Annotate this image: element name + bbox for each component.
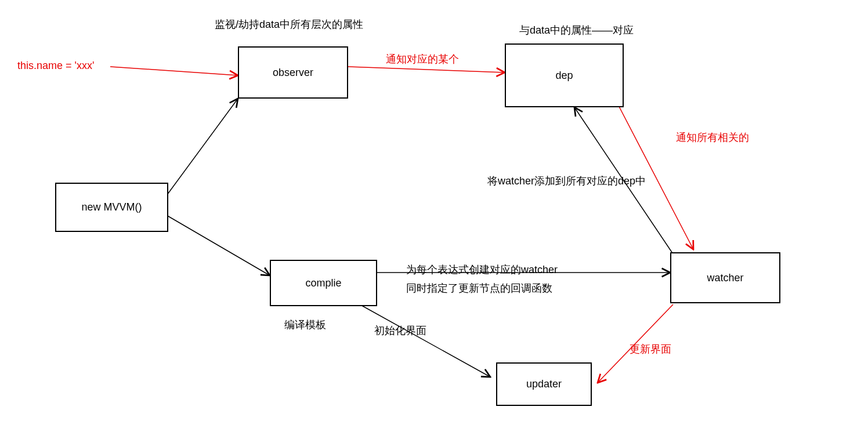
label-observer-top: 监视/劫持data中所有层次的属性 xyxy=(215,17,363,31)
node-mvvm-label: new MVVM() xyxy=(81,201,142,213)
arrow-mvvm-compile xyxy=(165,215,270,275)
node-observer-label: observer xyxy=(273,67,313,79)
node-compile: complie xyxy=(270,260,377,306)
label-notify-related: 通知所有相关的 xyxy=(676,130,749,144)
arrow-thisname-observer xyxy=(110,67,238,75)
label-compile-watcher-1: 为每个表达式创建对应的watcher xyxy=(406,263,558,277)
node-compile-label: complie xyxy=(305,277,341,289)
label-compile-sub: 编译模板 xyxy=(284,318,326,332)
label-notify-some: 通知对应的某个 xyxy=(386,52,459,66)
node-observer: observer xyxy=(238,46,348,99)
arrow-observer-dep xyxy=(348,67,505,72)
node-updater-label: updater xyxy=(526,378,562,390)
label-init-ui: 初始化界面 xyxy=(374,324,426,337)
node-watcher: watcher xyxy=(670,252,780,303)
label-update-ui: 更新界面 xyxy=(630,342,671,356)
arrow-mvvm-observer xyxy=(165,99,238,197)
label-thisname: this.name = 'xxx' xyxy=(17,60,94,72)
node-dep-label: dep xyxy=(555,70,573,82)
node-updater: updater xyxy=(496,362,592,406)
label-compile-watcher-2: 同时指定了更新节点的回调函数 xyxy=(406,281,552,295)
label-dep-top: 与data中的属性——对应 xyxy=(519,23,634,37)
node-watcher-label: watcher xyxy=(707,272,743,284)
label-watcher-add: 将watcher添加到所有对应的dep中 xyxy=(487,174,646,188)
arrow-compile-updater xyxy=(360,304,490,377)
node-mvvm: new MVVM() xyxy=(55,183,168,232)
node-dep: dep xyxy=(505,43,624,107)
